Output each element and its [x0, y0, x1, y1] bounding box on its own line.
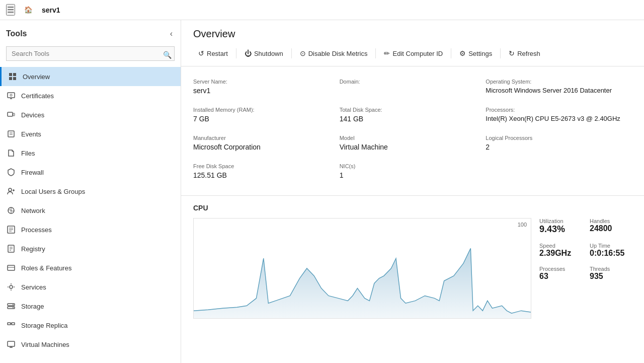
logical-proc-value: 2 — [486, 143, 624, 151]
toolbar-divider-4 — [451, 48, 451, 58]
handles-stat: Handles 24800 — [590, 218, 632, 235]
sidebar-item-registry[interactable]: Registry — [0, 239, 181, 258]
sidebar-item-storage[interactable]: Storage — [0, 297, 181, 316]
disable-disk-metrics-button[interactable]: ⊙ Disable Disk Metrics — [295, 47, 373, 60]
edit-computer-id-button[interactable]: ✏ Edit Computer ID — [379, 47, 448, 60]
sidebar-item-devices[interactable]: Devices — [0, 105, 181, 124]
sidebar-item-label-files: Files — [21, 150, 35, 157]
svg-rect-39 — [8, 341, 15, 346]
certificates-icon — [6, 91, 16, 101]
search-container: 🔍 — [0, 44, 181, 65]
home-button[interactable]: 🏠 — [21, 3, 36, 17]
sidebar-item-local-users[interactable]: Local Users & Groups — [0, 182, 181, 201]
nics-cell: NIC(s) 1 — [340, 159, 486, 187]
nav-list: OverviewCertificatesDevicesEventsFilesFi… — [0, 65, 181, 363]
processes-label: Processes — [539, 266, 582, 272]
sidebar-item-label-registry: Registry — [21, 245, 45, 253]
threads-label: Threads — [590, 266, 632, 272]
sidebar-item-firewall[interactable]: Firewall — [0, 163, 181, 182]
manufacturer-value: Microsoft Corporation — [193, 143, 332, 151]
toolbar-divider-3 — [375, 48, 376, 58]
storage-replica-icon — [6, 320, 16, 330]
ram-value: 7 GB — [193, 115, 332, 123]
restart-button[interactable]: ↺ Restart — [193, 47, 233, 60]
app-title: serv1 — [42, 6, 60, 14]
search-button[interactable]: 🔍 — [163, 51, 172, 59]
sidebar-item-overview[interactable]: Overview — [0, 67, 181, 86]
network-icon — [6, 205, 16, 215]
sidebar-item-storage-replica[interactable]: Storage Replica — [0, 316, 181, 335]
sidebar-item-virtual-machines[interactable]: Virtual Machines — [0, 335, 181, 354]
sidebar-item-label-virtual-machines: Virtual Machines — [21, 341, 69, 348]
sidebar-item-events[interactable]: Events — [0, 124, 181, 143]
manufacturer-cell: Manufacturer Microsoft Corporation — [193, 131, 340, 159]
sidebar-item-label-network: Network — [21, 207, 45, 214]
svg-rect-7 — [8, 112, 13, 116]
registry-icon — [6, 244, 16, 254]
svg-rect-36 — [8, 323, 11, 325]
sidebar-item-processes[interactable]: Processes — [0, 220, 181, 239]
threads-stat: Threads 935 — [590, 266, 632, 281]
sidebar-item-files[interactable]: Files — [0, 143, 181, 163]
processors-cell: Processors: Intel(R) Xeon(R) CPU E5-2673… — [486, 103, 632, 131]
sidebar-item-certificates[interactable]: Certificates — [0, 86, 181, 105]
storage-icon — [6, 301, 16, 311]
sidebar-item-network[interactable]: Network — [0, 201, 181, 220]
server-name-value: serv1 — [193, 87, 332, 95]
processors-value: Intel(R) Xeon(R) CPU E5-2673 v3 @ 2.40GH… — [486, 115, 624, 122]
shutdown-label: Shutdown — [254, 50, 283, 57]
utilization-stat: Utilization 9.43% — [539, 218, 582, 235]
search-input[interactable] — [6, 46, 175, 61]
free-disk-cell: Free Disk Space 125.51 GB — [193, 159, 340, 187]
svg-rect-9 — [8, 131, 14, 137]
disable-disk-icon: ⊙ — [300, 49, 306, 57]
svg-point-34 — [13, 304, 14, 305]
processes-stat: Processes 63 — [539, 266, 582, 281]
toolbar: ↺ Restart ⏻ Shutdown ⊙ Disable Disk Metr… — [193, 47, 632, 60]
restart-label: Restart — [207, 50, 228, 57]
os-label: Operating System: — [486, 79, 624, 85]
sidebar-item-label-services: Services — [21, 283, 46, 291]
speed-label: Speed — [539, 243, 582, 249]
sidebar-item-label-storage: Storage — [21, 303, 44, 310]
cpu-stats: Utilization 9.43% Handles 24800 Speed 2.… — [531, 218, 632, 319]
svg-rect-2 — [9, 77, 12, 80]
svg-rect-0 — [9, 73, 12, 76]
shutdown-button[interactable]: ⏻ Shutdown — [239, 47, 288, 60]
cpu-content: 100 — [193, 218, 632, 319]
local-users-icon — [6, 186, 16, 196]
main-layout: Tools ‹ 🔍 OverviewCertificatesDevicesEve… — [0, 20, 644, 363]
svg-rect-37 — [12, 323, 15, 325]
ram-cell: Installed Memory (RAM): 7 GB — [193, 103, 340, 131]
refresh-button[interactable]: ↻ Refresh — [504, 47, 545, 60]
files-icon — [6, 148, 16, 158]
os-value: Microsoft Windows Server 2016 Datacenter — [486, 87, 624, 94]
nics-value: 1 — [340, 171, 478, 179]
sidebar-item-label-firewall: Firewall — [21, 169, 44, 176]
sidebar-item-services[interactable]: Services — [0, 277, 181, 297]
empty-cell — [486, 159, 632, 187]
sidebar-item-label-certificates: Certificates — [21, 92, 54, 100]
content-area: Overview ↺ Restart ⏻ Shutdown ⊙ Disable … — [181, 20, 644, 363]
svg-point-12 — [9, 188, 12, 191]
settings-button[interactable]: ⚙ Settings — [454, 47, 497, 60]
free-disk-label: Free Disk Space — [193, 163, 332, 169]
sidebar-collapse-button[interactable]: ‹ — [168, 27, 175, 40]
svg-point-27 — [10, 285, 13, 288]
events-icon — [6, 129, 16, 139]
utilization-value: 9.43% — [539, 224, 582, 235]
toolbar-divider-1 — [236, 48, 236, 58]
cpu-chart-max: 100 — [518, 222, 527, 228]
sidebar-item-label-overview: Overview — [23, 73, 50, 81]
virtual-machines-icon — [6, 339, 16, 349]
nics-label: NIC(s) — [340, 163, 478, 169]
model-cell: Model Virtual Machine — [340, 131, 486, 159]
uptime-label: Up Time — [590, 243, 632, 249]
sidebar-item-label-events: Events — [21, 130, 41, 138]
hamburger-button[interactable]: ☰ — [6, 4, 15, 16]
processes-icon — [6, 225, 16, 235]
sidebar-item-label-local-users: Local Users & Groups — [21, 188, 85, 195]
services-icon — [6, 282, 16, 292]
disk-total-value: 141 GB — [340, 115, 478, 123]
sidebar-item-roles[interactable]: Roles & Features — [0, 258, 181, 277]
